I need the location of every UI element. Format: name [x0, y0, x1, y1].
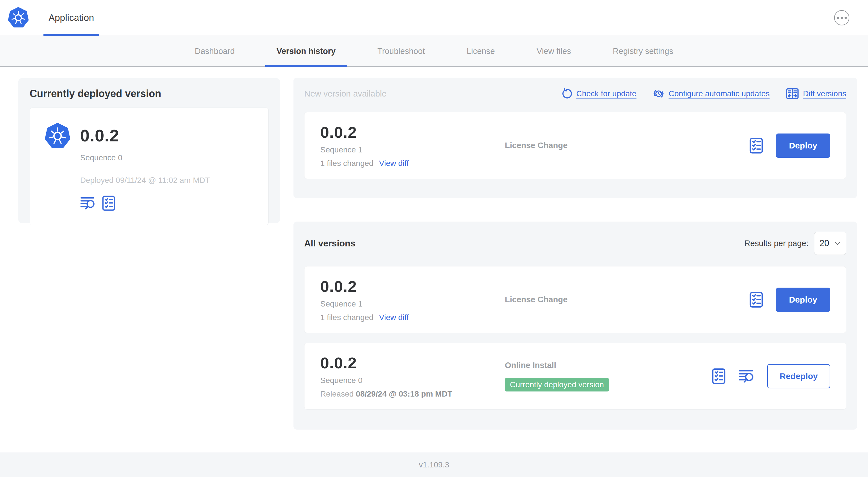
tab-version-history[interactable]: Version history [256, 36, 357, 66]
diff-icon [786, 88, 799, 100]
kubernetes-logo-icon [7, 6, 29, 30]
currently-deployed-panel: Currently deployed version 0.0.2 Sequenc… [18, 78, 280, 223]
view-logs-icon [80, 196, 96, 211]
subnav: Dashboard Version history Troubleshoot L… [0, 36, 868, 67]
preflight-checks-button[interactable] [711, 368, 726, 385]
diff-versions-link[interactable]: Diff versions [786, 88, 846, 100]
version-row: 0.0.2 Sequence 1 1 files changed View di… [304, 266, 846, 333]
preflight-checklist-icon [101, 195, 116, 211]
version-source: License Change [505, 295, 567, 304]
tab-license[interactable]: License [446, 36, 516, 66]
version-source: Online Install [505, 361, 556, 370]
view-logs-icon [739, 368, 755, 384]
chevron-down-icon [834, 239, 841, 247]
new-version-panel: New version available Check for update [293, 78, 857, 198]
preflight-checklist-icon [748, 291, 764, 308]
view-logs-button[interactable] [80, 196, 96, 211]
deployed-version-info: 0.0.2 Sequence 0 Deployed 09/11/24 @ 11:… [80, 121, 210, 211]
version-sequence: Sequence 0 [320, 376, 505, 385]
deploy-button[interactable]: Deploy [776, 288, 830, 312]
app-tab-active-indicator [43, 34, 99, 36]
app-title: Application [49, 12, 94, 23]
currently-deployed-badge: Currently deployed version [505, 378, 609, 391]
version-sequence: Sequence 1 [320, 299, 505, 308]
deployed-version-number: 0.0.2 [80, 126, 210, 145]
app-footer: v1.109.3 [0, 452, 868, 477]
preflight-checks-button[interactable] [101, 195, 116, 211]
version-source: License Change [505, 141, 567, 150]
preflight-checks-button[interactable] [748, 137, 764, 154]
preflight-checklist-icon [748, 137, 764, 154]
tab-registry-settings[interactable]: Registry settings [592, 36, 694, 66]
configure-automatic-updates-link[interactable]: Configure automatic updates [653, 88, 770, 100]
more-options-button[interactable] [834, 10, 849, 25]
auto-update-clock-icon [653, 88, 664, 100]
files-changed-text: 1 files changed [320, 159, 373, 168]
version-number: 0.0.2 [320, 277, 505, 296]
version-number: 0.0.2 [320, 354, 505, 372]
tab-troubleshoot[interactable]: Troubleshoot [356, 36, 445, 66]
currently-deployed-card: 0.0.2 Sequence 0 Deployed 09/11/24 @ 11:… [30, 108, 269, 225]
results-per-page-select[interactable]: 20 [814, 232, 846, 255]
deploy-button[interactable]: Deploy [776, 133, 830, 158]
new-version-info: 0.0.2 Sequence 1 1 files changed View di… [320, 123, 505, 168]
currently-deployed-title: Currently deployed version [30, 88, 269, 100]
version-row: 0.0.2 Sequence 0 Released 08/29/24 @ 03:… [304, 342, 846, 410]
version-info: 0.0.2 Sequence 0 Released 08/29/24 @ 03:… [320, 354, 505, 398]
redeploy-button[interactable]: Redeploy [767, 364, 830, 388]
app-tab-application[interactable]: Application [45, 0, 97, 36]
version-sequence: Sequence 1 [320, 145, 505, 154]
files-changed-text: 1 files changed [320, 313, 373, 322]
ellipsis-icon [837, 17, 839, 19]
version-number: 0.0.2 [320, 123, 505, 141]
preflight-checks-button[interactable] [748, 291, 764, 308]
deployed-sequence: Sequence 0 [80, 153, 210, 162]
new-version-card: 0.0.2 Sequence 1 1 files changed View di… [304, 112, 846, 179]
tab-view-files[interactable]: View files [516, 36, 592, 66]
view-diff-link[interactable]: View diff [379, 159, 409, 168]
view-diff-link[interactable]: View diff [379, 313, 409, 322]
app-header: Application [0, 0, 868, 36]
version-info: 0.0.2 Sequence 1 1 files changed View di… [320, 277, 505, 322]
new-version-title: New version available [304, 89, 386, 98]
view-logs-button[interactable] [739, 368, 755, 384]
refresh-icon [561, 88, 572, 99]
released-timestamp: Released 08/29/24 @ 03:18 pm MDT [320, 389, 505, 398]
tab-dashboard[interactable]: Dashboard [174, 36, 256, 66]
results-per-page-label: Results per page: [744, 239, 808, 248]
deployed-timestamp: Deployed 09/11/24 @ 11:02 am MDT [80, 176, 210, 185]
console-version: v1.109.3 [419, 460, 449, 469]
preflight-checklist-icon [711, 368, 726, 385]
all-versions-title: All versions [304, 238, 355, 249]
kubernetes-app-icon [44, 121, 71, 151]
all-versions-panel: All versions Results per page: 20 0.0.2 … [293, 221, 857, 429]
check-for-update-link[interactable]: Check for update [561, 88, 636, 99]
